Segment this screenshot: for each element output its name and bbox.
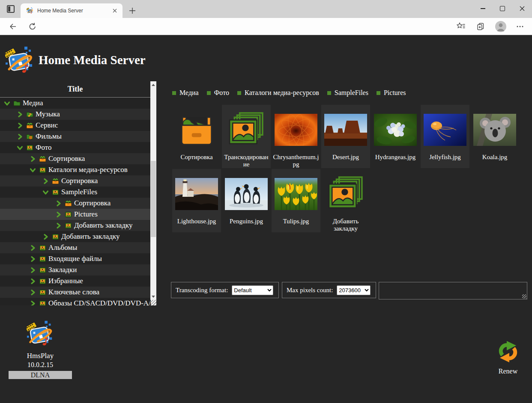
- tree-item[interactable]: Сортировка: [0, 153, 150, 164]
- tile-label: Chrysanthemum.jpg: [272, 154, 320, 168]
- chevron-right-icon[interactable]: [29, 155, 36, 163]
- tree-item[interactable]: Закладки: [0, 264, 150, 276]
- close-tab-icon[interactable]: [111, 7, 118, 14]
- profile-avatar[interactable]: [495, 21, 506, 32]
- maximize-button[interactable]: [493, 0, 512, 17]
- player-protocol-button[interactable]: DLNA: [9, 371, 72, 379]
- grid-tile[interactable]: Транскодирование: [222, 105, 271, 168]
- chevron-down-icon[interactable]: [3, 100, 11, 107]
- chevron-right-icon[interactable]: [55, 200, 62, 207]
- transcoding-format-select[interactable]: Default: [232, 285, 273, 295]
- images-icon: [321, 173, 370, 214]
- chevron-right-icon[interactable]: [29, 267, 36, 274]
- media-tree-panel: Title МедиаМузыкаСервисФильмыФотоСортиро…: [0, 81, 156, 305]
- grid-tile[interactable]: Desert.jpg: [321, 105, 370, 168]
- tree-item[interactable]: Сортировка: [0, 198, 150, 209]
- tree-item[interactable]: Добавить закладку: [0, 231, 150, 242]
- chevron-right-icon[interactable]: [16, 111, 24, 118]
- tree-item[interactable]: Медиа: [0, 98, 150, 109]
- tree-item[interactable]: Музыка: [0, 109, 150, 120]
- grid-tile[interactable]: Добавить закладку: [321, 169, 370, 232]
- more-icon[interactable]: [516, 22, 524, 31]
- photo-thumbnail: [272, 173, 320, 214]
- chevron-down-icon[interactable]: [42, 189, 49, 196]
- favorites-bar-icon[interactable]: [457, 22, 465, 31]
- toolbox-icon: [52, 178, 59, 185]
- chevron-right-icon[interactable]: [29, 244, 36, 252]
- tree-item[interactable]: Фото: [0, 142, 150, 153]
- chevron-down-icon[interactable]: [16, 144, 24, 151]
- tree-item[interactable]: Сортировка: [0, 175, 150, 187]
- collections-icon[interactable]: [476, 22, 485, 31]
- grid-tile[interactable]: Penguins.jpg: [222, 169, 271, 232]
- tile-label: Сортировка: [172, 154, 221, 161]
- breadcrumb-item[interactable]: SampleFiles: [327, 89, 368, 97]
- chevron-right-icon[interactable]: [29, 289, 36, 296]
- breadcrumb-item[interactable]: Каталоги медиа-ресурсов: [237, 89, 319, 97]
- chevron-right-icon[interactable]: [29, 278, 36, 285]
- grid-tile[interactable]: Hydrangeas.jpg: [371, 105, 420, 168]
- media-grid: СортировкаТранскодированиеChrysanthemum.…: [172, 105, 521, 233]
- browser-tab[interactable]: Home Media Server: [21, 3, 123, 18]
- tree-item-label: Ключевые слова: [48, 288, 99, 296]
- tree-item-label: Сортировка: [48, 154, 85, 163]
- toolbox-icon: [39, 155, 46, 163]
- tree-item[interactable]: Добавить закладку: [0, 220, 150, 231]
- grid-tile[interactable]: Tulips.jpg: [272, 169, 320, 232]
- close-window-button[interactable]: [512, 0, 532, 17]
- chevron-right-icon[interactable]: [42, 233, 49, 240]
- chevron-right-icon[interactable]: [29, 255, 36, 263]
- chevron-down-icon[interactable]: [29, 166, 36, 174]
- chevron-right-icon[interactable]: [29, 300, 36, 306]
- scroll-down-icon[interactable]: [150, 293, 156, 299]
- refresh-icon[interactable]: [28, 22, 37, 31]
- new-tab-icon[interactable]: [129, 7, 136, 15]
- tree-scrollbar[interactable]: [150, 81, 156, 300]
- tree-item-label: Закладки: [48, 266, 77, 274]
- breadcrumb-label: Каталоги медиа-ресурсов: [245, 89, 319, 97]
- grid-tile[interactable]: Chrysanthemum.jpg: [272, 105, 320, 168]
- grid-tile[interactable]: Сортировка: [172, 105, 221, 168]
- notes-textarea[interactable]: [379, 282, 527, 299]
- tree-resize-grip[interactable]: [151, 300, 156, 305]
- tree-item[interactable]: Ключевые слова: [0, 287, 150, 298]
- breadcrumb-item[interactable]: Фото: [207, 89, 229, 97]
- tile-label: Добавить закладку: [321, 218, 370, 232]
- chevron-right-icon[interactable]: [16, 133, 24, 140]
- browser-toolbar: https://10.0.2.15:45397/WebAPI/mainform.…: [0, 18, 532, 35]
- tree-item[interactable]: SampleFiles: [0, 187, 150, 198]
- tree-item[interactable]: Pictures: [0, 209, 150, 220]
- tree-item[interactable]: Избранные: [0, 276, 150, 287]
- grid-tile[interactable]: Koala.jpg: [470, 105, 519, 168]
- minimize-button[interactable]: [473, 0, 493, 17]
- renew-button[interactable]: Renew: [493, 340, 523, 375]
- tree-header: Title: [0, 81, 150, 98]
- chevron-right-icon[interactable]: [55, 211, 62, 218]
- player-entry[interactable]: HmsPlay 10.0.2.15 DLNA: [9, 320, 72, 379]
- photo-thumbnail: [321, 109, 370, 150]
- tree-item[interactable]: Входящие файлы: [0, 253, 150, 264]
- breadcrumb-item[interactable]: Pictures: [377, 89, 406, 97]
- breadcrumb-label: Медиа: [179, 89, 199, 97]
- tree-item[interactable]: Альбомы: [0, 242, 150, 253]
- max-pixels-select[interactable]: 2073600: [337, 285, 371, 295]
- tree-item-label: SampleFiles: [61, 188, 97, 196]
- chevron-right-icon[interactable]: [16, 122, 24, 129]
- tree-item[interactable]: Фильмы: [0, 131, 150, 142]
- tile-label: Транскодирование: [222, 154, 271, 168]
- chevron-right-icon[interactable]: [55, 222, 62, 229]
- tree-item[interactable]: Каталоги медиа-ресурсов: [0, 164, 150, 175]
- notes-resize-grip[interactable]: [522, 294, 526, 299]
- breadcrumb-item[interactable]: Медиа: [172, 89, 199, 97]
- tab-actions-icon[interactable]: [7, 5, 15, 13]
- back-icon[interactable]: [9, 22, 17, 31]
- scrollbar-thumb[interactable]: [151, 161, 156, 237]
- tree-item[interactable]: Образы CD/SACD/DVD/DVD-A/BL: [0, 298, 150, 305]
- tree-item-label: Медиа: [23, 99, 43, 107]
- grid-tile[interactable]: Lighthouse.jpg: [172, 169, 221, 232]
- scroll-up-icon[interactable]: [150, 82, 156, 88]
- tree-item[interactable]: Сервис: [0, 120, 150, 131]
- chevron-right-icon[interactable]: [42, 178, 49, 185]
- grid-tile[interactable]: Jellyfish.jpg: [421, 105, 469, 168]
- tree-item-label: Добавить закладку: [74, 221, 133, 230]
